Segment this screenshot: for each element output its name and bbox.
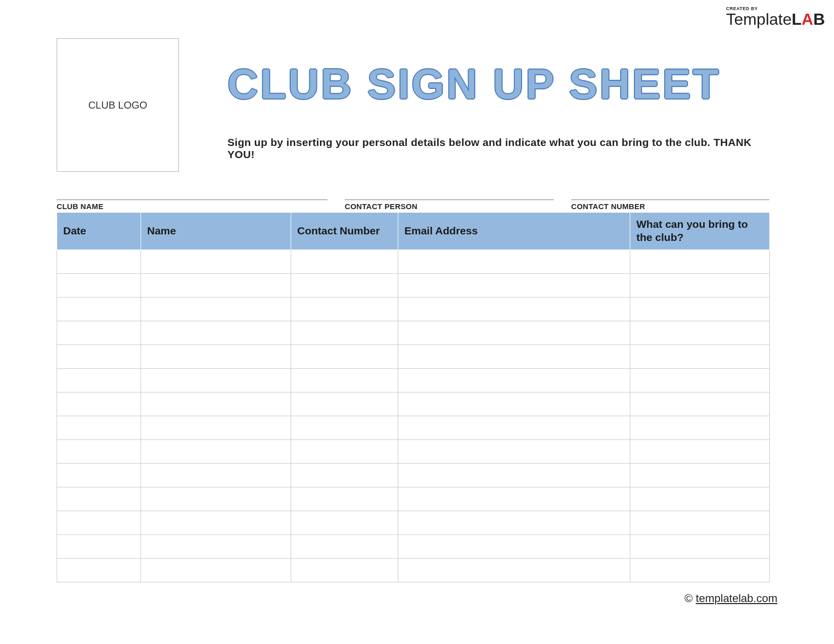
cell-bring[interactable] [630, 321, 770, 344]
contact-person-value [345, 193, 554, 200]
cell-bring[interactable] [630, 463, 770, 487]
table-row [57, 416, 770, 439]
cell-date[interactable] [57, 487, 141, 511]
cell-date[interactable] [57, 439, 141, 463]
cell-date[interactable] [57, 511, 141, 534]
cell-contact[interactable] [291, 392, 398, 416]
brand-logo: CREATED BY TemplateLAB [726, 6, 825, 27]
cell-date[interactable] [57, 250, 141, 273]
cell-date[interactable] [57, 558, 141, 582]
table-body [57, 250, 770, 582]
cell-email[interactable] [398, 273, 630, 297]
club-logo-label: CLUB LOGO [88, 100, 148, 111]
cell-bring[interactable] [630, 534, 770, 558]
cell-email[interactable] [398, 297, 630, 321]
copyright-symbol: © [684, 592, 692, 605]
cell-email[interactable] [398, 463, 630, 487]
cell-email[interactable] [398, 416, 630, 439]
cell-date[interactable] [57, 534, 141, 558]
cell-contact[interactable] [291, 297, 398, 321]
brand-part2: L [792, 10, 802, 28]
cell-bring[interactable] [630, 250, 770, 273]
cell-name[interactable] [141, 558, 291, 582]
cell-date[interactable] [57, 344, 141, 368]
cell-contact[interactable] [291, 273, 398, 297]
page-title: CLUB SIGN UP SHEET [227, 63, 777, 105]
cell-name[interactable] [141, 439, 291, 463]
cell-contact[interactable] [291, 511, 398, 534]
contact-number-value [571, 193, 769, 200]
cell-contact[interactable] [291, 439, 398, 463]
table-row [57, 511, 770, 534]
cell-contact[interactable] [291, 321, 398, 344]
cell-email[interactable] [398, 250, 630, 273]
cell-email[interactable] [398, 439, 630, 463]
cell-bring[interactable] [630, 558, 770, 582]
cell-contact[interactable] [291, 368, 398, 392]
th-name: Name [141, 213, 291, 250]
cell-date[interactable] [57, 416, 141, 439]
meta-row: CLUB NAME CONTACT PERSON CONTACT NUMBER [57, 193, 769, 211]
cell-email[interactable] [398, 344, 630, 368]
cell-contact[interactable] [291, 416, 398, 439]
table-row [57, 344, 770, 368]
table-row [57, 321, 770, 344]
cell-name[interactable] [141, 273, 291, 297]
cell-name[interactable] [141, 416, 291, 439]
club-logo-placeholder[interactable]: CLUB LOGO [57, 38, 179, 172]
cell-date[interactable] [57, 297, 141, 321]
cell-contact[interactable] [291, 463, 398, 487]
cell-bring[interactable] [630, 368, 770, 392]
table-row [57, 368, 770, 392]
cell-contact[interactable] [291, 487, 398, 511]
club-name-field[interactable]: CLUB NAME [57, 193, 328, 211]
cell-name[interactable] [141, 344, 291, 368]
cell-bring[interactable] [630, 439, 770, 463]
cell-name[interactable] [141, 297, 291, 321]
cell-contact[interactable] [291, 534, 398, 558]
subtitle: Sign up by inserting your personal detai… [227, 136, 777, 161]
cell-bring[interactable] [630, 487, 770, 511]
cell-date[interactable] [57, 321, 141, 344]
th-bring: What can you bring to the club? [630, 213, 770, 250]
table-row [57, 463, 770, 487]
club-name-label: CLUB NAME [57, 202, 328, 211]
cell-name[interactable] [141, 511, 291, 534]
th-email: Email Address [398, 213, 630, 250]
cell-contact[interactable] [291, 250, 398, 273]
cell-bring[interactable] [630, 392, 770, 416]
cell-contact[interactable] [291, 344, 398, 368]
cell-bring[interactable] [630, 273, 770, 297]
contact-person-field[interactable]: CONTACT PERSON [345, 193, 554, 211]
cell-email[interactable] [398, 392, 630, 416]
cell-email[interactable] [398, 511, 630, 534]
cell-name[interactable] [141, 534, 291, 558]
cell-name[interactable] [141, 321, 291, 344]
cell-bring[interactable] [630, 297, 770, 321]
cell-bring[interactable] [630, 511, 770, 534]
cell-email[interactable] [398, 558, 630, 582]
cell-bring[interactable] [630, 344, 770, 368]
cell-date[interactable] [57, 368, 141, 392]
brand-part1: Template [726, 10, 792, 28]
cell-date[interactable] [57, 463, 141, 487]
cell-date[interactable] [57, 392, 141, 416]
cell-email[interactable] [398, 487, 630, 511]
cell-name[interactable] [141, 368, 291, 392]
cell-name[interactable] [141, 487, 291, 511]
cell-email[interactable] [398, 368, 630, 392]
footer: © templatelab.com [684, 592, 777, 605]
cell-bring[interactable] [630, 416, 770, 439]
cell-email[interactable] [398, 534, 630, 558]
contact-number-label: CONTACT NUMBER [571, 202, 769, 211]
cell-contact[interactable] [291, 558, 398, 582]
cell-name[interactable] [141, 250, 291, 273]
cell-email[interactable] [398, 321, 630, 344]
cell-name[interactable] [141, 463, 291, 487]
cell-date[interactable] [57, 273, 141, 297]
cell-name[interactable] [141, 392, 291, 416]
footer-link[interactable]: templatelab.com [696, 592, 777, 605]
table-row [57, 487, 770, 511]
contact-number-field[interactable]: CONTACT NUMBER [571, 193, 769, 211]
title-block: CLUB SIGN UP SHEET Sign up by inserting … [227, 38, 777, 161]
